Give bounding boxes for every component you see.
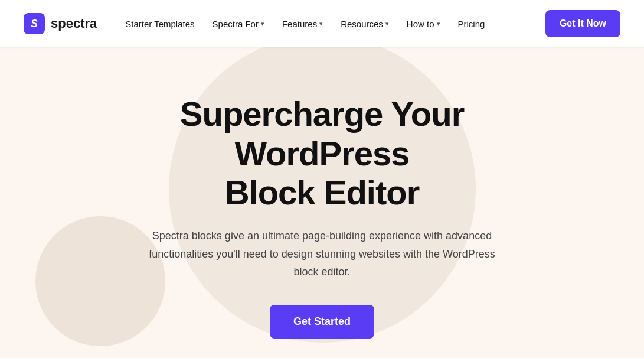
nav-links: Starter Templates Spectra For ▾ Features… [118, 14, 492, 34]
nav-link-how-to[interactable]: How to ▾ [400, 14, 447, 34]
hero-section: Supercharge Your WordPress Block Editor … [0, 47, 644, 339]
logo-icon: S [24, 13, 45, 34]
nav-left: S spectra Starter Templates Spectra For … [24, 13, 492, 34]
nav-right: Get It Now [545, 10, 620, 37]
nav-link-features[interactable]: Features ▾ [275, 14, 330, 34]
navbar: S spectra Starter Templates Spectra For … [0, 0, 644, 47]
logo-text: spectra [51, 16, 97, 31]
nav-link-pricing[interactable]: Pricing [451, 14, 492, 34]
chevron-down-icon: ▾ [437, 20, 440, 28]
nav-link-spectra-for[interactable]: Spectra For ▾ [205, 14, 272, 34]
chevron-down-icon: ▾ [319, 20, 323, 28]
hero-subtitle: Spectra blocks give an ultimate page-bui… [139, 227, 505, 281]
get-it-now-button[interactable]: Get It Now [545, 10, 620, 37]
logo[interactable]: S spectra [24, 13, 97, 34]
get-started-button[interactable]: Get Started [270, 305, 374, 339]
hero-title: Supercharge Your WordPress Block Editor [116, 95, 529, 213]
nav-link-starter-templates[interactable]: Starter Templates [118, 14, 201, 34]
nav-link-resources[interactable]: Resources ▾ [334, 14, 396, 34]
chevron-down-icon: ▾ [385, 20, 389, 28]
chevron-down-icon: ▾ [261, 20, 264, 28]
